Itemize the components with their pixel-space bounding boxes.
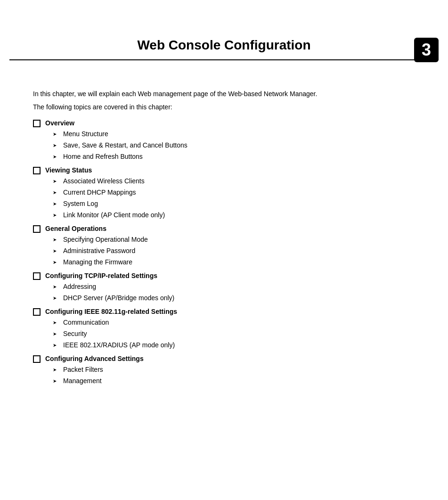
section-title-overview: Overview [45,119,74,127]
intro-line2: The following topics are covered in this… [33,102,415,112]
list-item: ➤Security [53,329,415,339]
list-item: ➤Menu Structure [53,129,415,139]
list-item: ➤Specifying Operational Mode [53,235,415,245]
section-title-tcp-ip-settings: Configuring TCP/IP-related Settings [45,272,157,279]
checkbox-icon [33,272,41,280]
sub-item-text: Security [63,329,87,339]
checkbox-icon [33,167,41,174]
toc-section-header-ieee-802-settings: Configuring IEEE 802.11g-related Setting… [33,308,415,316]
page-title: Web Console Configuration [0,33,448,53]
section-title-advanced-settings: Configuring Advanced Settings [45,355,144,362]
toc-section-header-overview: Overview [33,119,415,127]
sub-items-general-operations: ➤Specifying Operational Mode➤Administrat… [33,235,415,267]
sub-items-advanced-settings: ➤Packet Filters➤Management [33,365,415,386]
sub-item-text: System Log [63,199,98,209]
arrow-icon: ➤ [53,153,61,160]
list-item: ➤DHCP Server (AP/Bridge modes only) [53,293,415,303]
arrow-icon: ➤ [53,131,61,138]
list-item: ➤Administrative Password [53,246,415,256]
checkbox-icon [33,355,41,363]
sub-item-text: Home and Refresh Buttons [63,152,143,162]
list-item: ➤Addressing [53,282,415,292]
intro-line1: In this chapter, we will explain each We… [33,89,415,99]
sub-item-text: Link Monitor (AP Client mode only) [63,210,165,220]
checkbox-icon [33,308,41,316]
toc-section-advanced-settings: Configuring Advanced Settings➤Packet Fil… [33,355,415,386]
chapter-number: 3 [422,41,431,58]
arrow-icon: ➤ [53,377,61,385]
arrow-icon: ➤ [53,178,61,185]
page-container: 3 Web Console Configuration In this chap… [0,33,448,500]
content-area: In this chapter, we will explain each We… [0,60,448,410]
toc-section-general-operations: General Operations➤Specifying Operationa… [33,225,415,267]
sub-items-viewing-status: ➤Associated Wireless Clients➤Current DHC… [33,176,415,220]
arrow-icon: ➤ [53,283,61,290]
sub-items-tcp-ip-settings: ➤Addressing➤DHCP Server (AP/Bridge modes… [33,282,415,303]
arrow-icon: ➤ [53,366,61,373]
sub-item-text: Management [63,376,102,386]
sub-item-text: Packet Filters [63,365,103,375]
toc-section-header-tcp-ip-settings: Configuring TCP/IP-related Settings [33,272,415,280]
list-item: ➤Current DHCP Mappings [53,188,415,197]
toc-list: Overview➤Menu Structure➤Save, Save & Res… [33,119,415,386]
arrow-icon: ➤ [53,247,61,254]
list-item: ➤Save, Save & Restart, and Cancel Button… [53,140,415,150]
sub-item-text: DHCP Server (AP/Bridge modes only) [63,293,174,303]
list-item: ➤Management [53,376,415,386]
toc-section-header-viewing-status: Viewing Status [33,166,415,174]
arrow-icon: ➤ [53,200,61,207]
arrow-icon: ➤ [53,330,61,337]
list-item: ➤Managing the Firmware [53,257,415,267]
arrow-icon: ➤ [53,189,61,196]
sub-item-text: Managing the Firmware [63,257,132,267]
arrow-icon: ➤ [53,342,61,349]
checkbox-icon [33,225,41,233]
chapter-number-box: 3 [414,38,439,62]
checkbox-icon [33,120,41,127]
toc-section-ieee-802-settings: Configuring IEEE 802.11g-related Setting… [33,308,415,350]
sub-item-text: Administrative Password [63,246,135,256]
list-item: ➤System Log [53,199,415,209]
list-item: ➤Communication [53,318,415,328]
sub-item-text: Associated Wireless Clients [63,176,145,186]
arrow-icon: ➤ [53,142,61,149]
sub-items-ieee-802-settings: ➤Communication➤Security➤IEEE 802.1X/RADI… [33,318,415,350]
arrow-icon: ➤ [53,212,61,219]
arrow-icon: ➤ [53,319,61,326]
arrow-icon: ➤ [53,236,61,243]
sub-item-text: Current DHCP Mappings [63,188,136,197]
toc-section-header-general-operations: General Operations [33,225,415,233]
list-item: ➤Link Monitor (AP Client mode only) [53,210,415,220]
toc-section-header-advanced-settings: Configuring Advanced Settings [33,355,415,363]
sub-item-text: Specifying Operational Mode [63,235,148,245]
toc-section-overview: Overview➤Menu Structure➤Save, Save & Res… [33,119,415,162]
sub-item-text: Menu Structure [63,129,108,139]
section-title-general-operations: General Operations [45,225,106,232]
list-item: ➤Packet Filters [53,365,415,375]
arrow-icon: ➤ [53,295,61,302]
section-title-viewing-status: Viewing Status [45,166,92,174]
sub-items-overview: ➤Menu Structure➤Save, Save & Restart, an… [33,129,415,162]
list-item: ➤Associated Wireless Clients [53,176,415,186]
sub-item-text: IEEE 802.1X/RADIUS (AP mode only) [63,340,175,350]
sub-item-text: Save, Save & Restart, and Cancel Buttons [63,140,187,150]
toc-section-tcp-ip-settings: Configuring TCP/IP-related Settings➤Addr… [33,272,415,303]
toc-section-viewing-status: Viewing Status➤Associated Wireless Clien… [33,166,415,220]
arrow-icon: ➤ [53,259,61,266]
section-title-ieee-802-settings: Configuring IEEE 802.11g-related Setting… [45,308,177,315]
list-item: ➤IEEE 802.1X/RADIUS (AP mode only) [53,340,415,350]
sub-item-text: Addressing [63,282,96,292]
sub-item-text: Communication [63,318,109,328]
list-item: ➤Home and Refresh Buttons [53,152,415,162]
